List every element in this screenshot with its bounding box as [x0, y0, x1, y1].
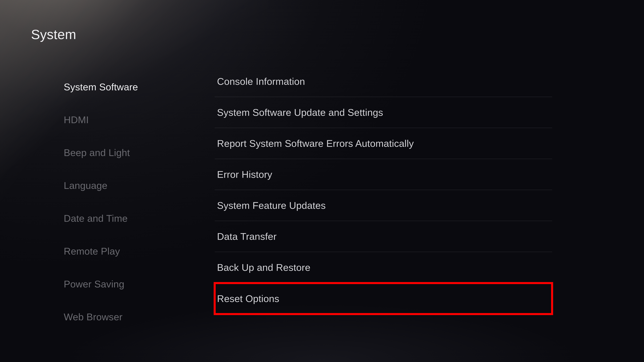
content-item-reset-options[interactable]: Reset Options: [215, 283, 552, 314]
sidebar-item-label: Power Saving: [64, 278, 124, 290]
sidebar-item-power-saving[interactable]: Power Saving: [64, 268, 181, 300]
content-item-label: Data Transfer: [217, 231, 276, 242]
sidebar-item-label: HDMI: [64, 114, 89, 125]
sidebar-item-remote-play[interactable]: Remote Play: [64, 235, 181, 268]
sidebar-item-web-browser[interactable]: Web Browser: [64, 300, 181, 333]
sidebar-item-date-and-time[interactable]: Date and Time: [64, 202, 181, 235]
content-item-data-transfer[interactable]: Data Transfer: [215, 221, 552, 252]
content-item-label: System Feature Updates: [217, 200, 326, 211]
sidebar-item-beep-and-light[interactable]: Beep and Light: [64, 136, 181, 169]
content-item-system-software-update-settings[interactable]: System Software Update and Settings: [215, 97, 552, 128]
content-item-label: Back Up and Restore: [217, 262, 310, 273]
sidebar-item-language[interactable]: Language: [64, 169, 181, 202]
content-item-label: System Software Update and Settings: [217, 107, 383, 118]
page-title: System: [31, 27, 76, 42]
content-panel: Console Information System Software Upda…: [215, 66, 552, 314]
sidebar-item-label: Remote Play: [64, 246, 120, 257]
sidebar-item-label: Beep and Light: [64, 147, 130, 158]
content-item-label: Error History: [217, 169, 272, 180]
sidebar-item-label: System Software: [64, 81, 138, 92]
sidebar-item-system-software[interactable]: System Software: [64, 70, 181, 103]
content-item-system-feature-updates[interactable]: System Feature Updates: [215, 190, 552, 221]
sidebar-item-label: Date and Time: [64, 213, 128, 224]
sidebar-item-label: Language: [64, 180, 107, 191]
content-item-label: Report System Software Errors Automatica…: [217, 138, 414, 149]
content-item-label: Reset Options: [217, 293, 279, 304]
content-item-report-errors-automatically[interactable]: Report System Software Errors Automatica…: [215, 128, 552, 159]
sidebar-item-hdmi[interactable]: HDMI: [64, 103, 181, 136]
content-item-error-history[interactable]: Error History: [215, 159, 552, 190]
sidebar-item-label: Web Browser: [64, 311, 122, 323]
content-item-label: Console Information: [217, 76, 305, 87]
content-item-console-information[interactable]: Console Information: [215, 66, 552, 97]
content-item-back-up-and-restore[interactable]: Back Up and Restore: [215, 252, 552, 283]
sidebar-menu: System Software HDMI Beep and Light Lang…: [64, 70, 181, 333]
